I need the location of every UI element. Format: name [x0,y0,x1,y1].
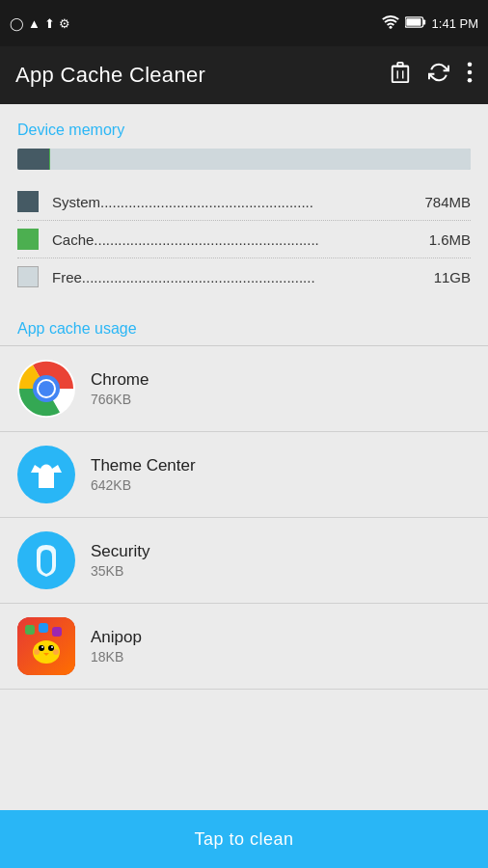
usb-icon: ⚙ [59,16,70,31]
main-content: Device memory System....................… [0,104,488,810]
app-cache-title: App cache usage [0,303,488,338]
svg-point-16 [39,381,54,396]
tap-to-clean-button[interactable]: Tap to clean [0,810,488,868]
toolbar: App Cache Cleaner [0,46,488,104]
svg-point-22 [39,645,44,651]
svg-point-24 [41,646,43,648]
svg-point-9 [468,62,473,67]
anipop-app-icon [17,617,75,675]
app-item-theme-center[interactable]: Theme Center 642KB [0,432,488,518]
theme-center-app-size: 642KB [91,477,471,493]
security-app-info: Security 35KB [91,542,471,579]
svg-point-10 [468,70,473,75]
svg-rect-29 [39,623,48,633]
memory-bar [17,149,471,170]
svg-rect-30 [52,627,62,637]
legend-item-cache: Cache...................................… [17,221,471,258]
svg-rect-6 [397,63,403,67]
svg-rect-4 [393,67,409,83]
app-item-security[interactable]: Security 35KB [0,518,488,604]
theme-center-app-info: Theme Center 642KB [91,456,471,493]
status-right-icons: 1:41 PM [382,15,478,32]
time-display: 1:41 PM [432,16,478,31]
legend-label-free: Free....................................… [52,269,434,285]
legend-value-cache: 1.6MB [429,231,471,248]
wifi-icon [382,15,399,32]
device-memory-title: Device memory [0,104,488,149]
theme-center-app-name: Theme Center [91,456,471,475]
svg-rect-2 [422,19,425,24]
svg-point-23 [48,645,54,651]
app-item-chrome[interactable]: Chrome 766KB [0,346,488,432]
svg-point-27 [53,649,59,655]
legend-color-cache [17,229,39,250]
svg-point-33 [30,625,34,629]
legend-value-free: 11GB [434,269,471,285]
app-cache-section: App cache usage [0,303,488,690]
delete-icon[interactable] [390,60,411,91]
status-bar: ◯ ▲ ⬆ ⚙ 1:41 PM [0,0,488,46]
more-icon[interactable] [467,62,473,89]
anipop-app-info: Anipop 18KB [91,628,471,665]
memory-bar-free [50,149,471,170]
svg-point-32 [26,625,30,629]
legend-color-free [17,266,39,287]
device-memory-section: Device memory System....................… [0,104,488,295]
chrome-app-name: Chrome [91,370,471,390]
notification-icon: ◯ [10,16,24,31]
tap-to-clean-label: Tap to clean [194,829,293,850]
svg-point-26 [34,649,40,655]
legend-color-system [17,191,39,212]
anipop-app-name: Anipop [91,628,471,647]
security-app-name: Security [91,542,471,561]
theme-center-app-icon [17,446,75,503]
upload-icon: ⬆ [44,16,55,31]
memory-legend: System..................................… [17,183,471,295]
chrome-app-size: 766KB [91,392,471,407]
app-list: Chrome 766KB Theme Center 642KB [0,346,488,690]
legend-value-system: 784MB [424,194,471,210]
security-app-size: 35KB [91,563,471,579]
legend-item-free: Free....................................… [17,258,471,295]
chrome-app-info: Chrome 766KB [91,370,471,407]
refresh-icon[interactable] [428,62,449,89]
chrome-app-icon [17,360,75,418]
svg-point-11 [468,78,473,83]
svg-rect-3 [406,18,420,26]
toolbar-actions [390,60,473,91]
svg-point-0 [389,25,392,28]
battery-icon [405,16,426,31]
legend-label-system: System..................................… [52,194,424,210]
svg-point-25 [51,646,53,648]
legend-item-system: System..................................… [17,183,471,221]
app-item-anipop[interactable]: Anipop 18KB [0,604,488,690]
status-left-icons: ◯ ▲ ⬆ ⚙ [10,16,70,31]
memory-bar-system [17,149,49,170]
app-title: App Cache Cleaner [15,63,205,88]
anipop-app-size: 18KB [91,649,471,665]
legend-label-cache: Cache...................................… [52,231,429,248]
location-icon: ▲ [28,16,41,31]
security-app-icon [17,531,75,589]
